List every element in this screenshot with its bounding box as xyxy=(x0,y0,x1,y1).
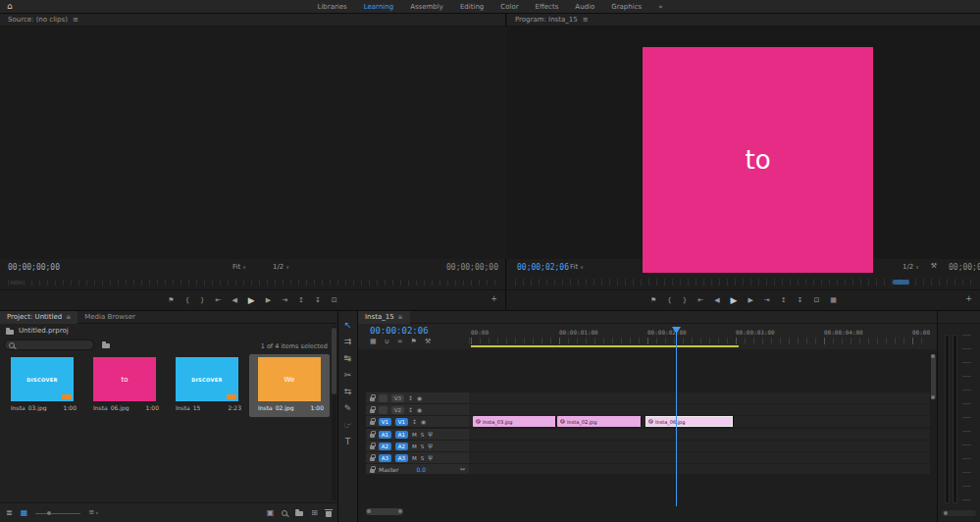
work-area-bar[interactable] xyxy=(471,345,739,347)
add-marker-icon[interactable]: ⚑ xyxy=(168,297,174,304)
new-search-bin-icon[interactable] xyxy=(102,341,110,348)
workspace-overflow-icon[interactable]: » xyxy=(658,3,662,11)
workspace-tab-assembly[interactable]: Assembly xyxy=(410,3,443,11)
tab-media-browser[interactable]: Media Browser xyxy=(77,311,142,324)
track-header-a2[interactable]: A2 A2 M S ψ xyxy=(366,441,469,451)
timeline-clip-selected[interactable]: fx Insta_06.jpg xyxy=(645,416,734,427)
playhead-line[interactable] xyxy=(676,333,677,506)
add-marker-icon[interactable]: ⚑ xyxy=(411,339,417,345)
go-to-in-icon[interactable]: ⇤ xyxy=(216,297,222,304)
source-fit-dropdown[interactable]: Fit ∨ xyxy=(232,263,246,271)
extract-icon[interactable]: ↧ xyxy=(798,297,803,304)
master-volume-value[interactable]: 0.0 xyxy=(417,466,427,473)
workspace-tab-audio[interactable]: Audio xyxy=(575,3,594,11)
program-fit-dropdown[interactable]: Fit ∨ xyxy=(570,263,584,271)
timeline-zoom-scrollbar-thumb[interactable] xyxy=(366,508,403,515)
timeline-ruler[interactable]: 00:00 00:00:01:00 00:00:02:00 00:00:03:0… xyxy=(469,327,930,348)
solo-button[interactable]: S xyxy=(421,432,425,438)
nest-sequence-icon[interactable]: ▦ xyxy=(370,339,377,345)
source-assign-a2[interactable]: A2 xyxy=(379,443,391,450)
track-lane-v2[interactable] xyxy=(469,404,930,415)
find-icon[interactable] xyxy=(282,510,287,516)
source-viewport[interactable] xyxy=(0,26,506,259)
workspace-tab-graphics[interactable]: Graphics xyxy=(611,3,642,11)
sync-lock-icon[interactable]: ↕ xyxy=(408,395,413,401)
track-header-v2[interactable]: V2 ↕ ◉ xyxy=(366,404,469,415)
settings-wrench-icon[interactable]: ⚒ xyxy=(931,263,937,270)
program-scrub-bar[interactable] xyxy=(515,279,972,286)
button-editor-plus-icon[interactable]: + xyxy=(965,295,972,303)
panel-menu-icon[interactable]: ≡ xyxy=(398,314,403,320)
comparison-view-icon[interactable]: ▦ xyxy=(830,297,837,304)
snap-icon[interactable]: ∪ xyxy=(385,339,389,345)
keyframes-icon[interactable]: ↔ xyxy=(460,466,465,472)
lock-icon[interactable] xyxy=(370,434,375,438)
lock-icon[interactable] xyxy=(370,421,375,425)
panel-menu-icon[interactable]: ≡ xyxy=(583,17,589,24)
project-item-selected[interactable]: We Insta_02.jpg 1:00 xyxy=(249,354,330,417)
go-to-in-icon[interactable]: ⇤ xyxy=(697,297,703,304)
insert-icon[interactable]: ↥ xyxy=(298,297,304,304)
toggle-output-eye-icon[interactable]: ◉ xyxy=(417,395,422,401)
voiceover-mic-icon[interactable]: ψ xyxy=(428,454,433,461)
solo-button[interactable]: S xyxy=(421,455,425,461)
project-scrollbar[interactable] xyxy=(332,326,336,500)
sync-lock-icon[interactable]: ↕ xyxy=(412,419,417,425)
track-header-master[interactable]: Master 0.0 ↔ xyxy=(366,464,469,474)
source-resolution-dropdown[interactable]: 1/2 ∨ xyxy=(273,263,289,271)
source-assign-a1[interactable]: A1 xyxy=(379,431,391,439)
track-target-a2[interactable]: A2 xyxy=(395,443,408,450)
lift-icon[interactable]: ↥ xyxy=(781,297,787,304)
project-item-name[interactable]: Insta_02.jpg xyxy=(258,404,294,411)
delete-icon[interactable] xyxy=(326,511,332,517)
zoom-handle-left[interactable] xyxy=(367,509,371,513)
track-select-tool[interactable]: ⇉ xyxy=(344,334,352,348)
workspace-tab-libraries[interactable]: Libraries xyxy=(318,3,347,11)
project-search-box[interactable] xyxy=(4,339,94,350)
track-target-a1[interactable]: A1 xyxy=(395,431,408,439)
project-scrollbar-thumb[interactable] xyxy=(332,328,336,394)
new-bin-icon[interactable] xyxy=(295,511,303,516)
lock-icon[interactable] xyxy=(370,409,375,413)
automate-to-sequence-icon[interactable]: ▣ xyxy=(267,509,275,517)
track-lane-v3[interactable] xyxy=(469,392,930,403)
overwrite-icon[interactable]: ↧ xyxy=(315,297,321,304)
mute-button[interactable]: M xyxy=(412,455,417,461)
mute-button[interactable]: M xyxy=(412,432,417,438)
tab-project[interactable]: Project: Untitled ≡ xyxy=(0,311,77,324)
project-item[interactable]: to Insta_06.jpg 1:00 xyxy=(84,354,165,417)
ripple-edit-tool[interactable]: ↹ xyxy=(344,350,352,365)
source-assign-a3[interactable]: A3 xyxy=(379,454,391,462)
project-item-name[interactable]: Insta_06.jpg xyxy=(93,404,129,411)
step-forward-icon[interactable]: ▶ xyxy=(748,297,752,304)
track-target-v2[interactable]: V2 xyxy=(391,406,404,414)
step-back-icon[interactable]: ◀ xyxy=(714,297,719,304)
track-header-v3[interactable]: V3 ↕ ◉ xyxy=(366,392,469,403)
timeline-settings-icon[interactable]: ⚒ xyxy=(425,339,431,345)
track-header-a3[interactable]: A3 A3 M S ψ xyxy=(366,452,469,463)
timeline-horizontal-scrollbar[interactable] xyxy=(366,507,923,515)
button-editor-plus-icon[interactable]: + xyxy=(490,295,497,303)
solo-button[interactable]: S xyxy=(421,444,425,449)
source-current-timecode[interactable]: 00;00;00;00 xyxy=(8,263,60,272)
source-assign-badge[interactable] xyxy=(379,406,387,414)
mute-button[interactable]: M xyxy=(412,444,417,449)
lock-icon[interactable] xyxy=(370,469,375,473)
meters-scroll-handle[interactable] xyxy=(944,511,948,515)
program-current-timecode[interactable]: 00;00;02;06 xyxy=(517,263,569,272)
step-forward-icon[interactable]: ▶ xyxy=(266,297,271,304)
toggle-output-eye-icon[interactable]: ◉ xyxy=(421,419,426,425)
sync-lock-icon[interactable]: ↕ xyxy=(408,407,413,413)
panel-menu-icon[interactable]: ≡ xyxy=(66,314,71,320)
selection-tool[interactable]: ↖ xyxy=(344,317,352,332)
track-lane-a1[interactable] xyxy=(469,429,930,440)
workspace-tab-editing[interactable]: Editing xyxy=(460,3,484,11)
timeline-clip[interactable]: fx Insta_02.jpg xyxy=(557,416,642,427)
slip-tool[interactable]: ⇆ xyxy=(344,384,352,398)
play-button[interactable]: ▶ xyxy=(731,296,738,305)
lock-icon[interactable] xyxy=(370,457,375,461)
meters-scrollbar[interactable] xyxy=(942,510,976,516)
list-view-icon[interactable]: ≣ xyxy=(6,509,13,517)
zoom-slider-thumb[interactable] xyxy=(47,511,51,515)
add-marker-icon[interactable]: ⚑ xyxy=(650,297,656,304)
